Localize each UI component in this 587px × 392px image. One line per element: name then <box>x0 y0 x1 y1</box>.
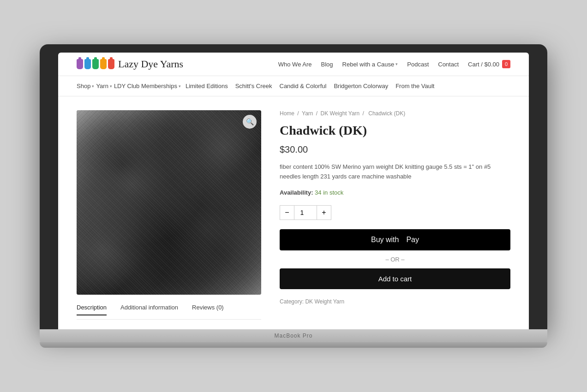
product-tabs: Description Additional information Revie… <box>77 304 261 320</box>
quantity-input[interactable] <box>294 205 317 220</box>
availability-count: 34 in stock <box>315 189 343 196</box>
nav-schitts-creek[interactable]: Schitt's Creek <box>233 81 275 91</box>
category-value[interactable]: DK Weight Yarn <box>305 298 344 305</box>
nav-limited-editions[interactable]: Limited Editions <box>183 81 231 91</box>
availability-label: Availability: <box>280 189 313 196</box>
quantity-increase-button[interactable]: + <box>317 205 331 220</box>
nav-blog[interactable]: Blog <box>321 61 333 68</box>
nav-shop[interactable]: Shop ▾ <box>77 83 94 89</box>
nav-contact[interactable]: Contact <box>438 61 459 68</box>
laptop-base: MacBook Pro <box>40 329 547 342</box>
breadcrumb-home[interactable]: Home <box>280 110 294 117</box>
bottle-blue <box>84 59 91 69</box>
cart-label: Cart / $0.00 <box>468 61 499 68</box>
product-price: $30.00 <box>280 144 510 155</box>
secondary-navigation: Shop ▾ Yarn ▾ LDY Club Memberships ▾ Lim… <box>58 76 529 96</box>
logo-bottles <box>77 59 114 69</box>
nav-bridgerton[interactable]: Bridgerton Colorway <box>331 81 391 91</box>
top-nav: Lazy Dye Yarns Who We Are Blog Rebel wit… <box>77 58 510 70</box>
nav-yarn[interactable]: Yarn ▾ <box>96 83 112 89</box>
laptop-model-label: MacBook Pro <box>274 333 312 339</box>
product-image <box>77 110 261 295</box>
cart-button[interactable]: Cart / $0.00 0 <box>468 60 510 68</box>
chevron-down-icon: ▾ <box>92 84 94 89</box>
tab-reviews[interactable]: Reviews (0) <box>192 304 224 315</box>
product-details: Home / Yarn / DK Weight Yarn / Chadwick … <box>280 110 510 320</box>
breadcrumb-sep: / <box>316 110 319 117</box>
nav-candid-colorful[interactable]: Candid & Colorful <box>277 81 329 91</box>
category-label: Category: <box>280 298 304 305</box>
nav-who-we-are[interactable]: Who We Are <box>278 61 312 68</box>
nav-podcast[interactable]: Podcast <box>407 61 429 68</box>
bottle-green <box>92 59 99 69</box>
breadcrumb-sep: / <box>297 110 300 117</box>
product-image-container: 🔍 <box>77 110 261 295</box>
cart-badge: 0 <box>502 60 510 68</box>
quantity-decrease-button[interactable]: − <box>280 205 294 220</box>
tab-description[interactable]: Description <box>77 304 107 315</box>
logo-area[interactable]: Lazy Dye Yarns <box>77 58 183 70</box>
availability: Availability: 34 in stock <box>280 189 510 196</box>
site-header: Lazy Dye Yarns Who We Are Blog Rebel wit… <box>58 53 529 76</box>
apple-pay-label: Pay <box>406 236 419 244</box>
search-icon: 🔍 <box>246 118 254 125</box>
tab-additional-info[interactable]: Additional information <box>120 304 178 315</box>
main-navigation: Who We Are Blog Rebel with a Cause ▾ Pod… <box>278 60 510 68</box>
page-content: 🔍 Description Additional information Rev… <box>58 96 529 329</box>
product-image-area: 🔍 Description Additional information Rev… <box>77 110 261 320</box>
bottle-purple <box>77 59 83 69</box>
product-description: fiber content 100% SW Merino yarn weight… <box>280 162 510 182</box>
product-title: Chadwick (DK) <box>280 123 510 138</box>
chevron-down-icon: ▾ <box>395 62 398 66</box>
or-divider: – OR – <box>280 256 510 263</box>
bottle-red <box>108 59 114 69</box>
nav-ldy-club[interactable]: LDY Club Memberships ▾ <box>114 83 181 89</box>
nav-rebel-with-cause[interactable]: Rebel with a Cause ▾ <box>342 61 398 68</box>
buy-with-apple-pay-button[interactable]: Buy with Pay <box>280 229 510 250</box>
chevron-down-icon: ▾ <box>179 84 181 89</box>
chevron-down-icon: ▾ <box>110 84 112 89</box>
quantity-controls: − + <box>280 205 331 220</box>
image-zoom-button[interactable]: 🔍 <box>243 115 257 129</box>
breadcrumb-sep: / <box>363 110 366 117</box>
laptop-frame: Lazy Dye Yarns Who We Are Blog Rebel wit… <box>40 44 547 348</box>
breadcrumb: Home / Yarn / DK Weight Yarn / Chadwick … <box>280 110 510 117</box>
breadcrumb-current: Chadwick (DK) <box>368 110 405 117</box>
breadcrumb-yarn[interactable]: Yarn <box>302 110 313 117</box>
logo-text: Lazy Dye Yarns <box>118 58 183 70</box>
laptop-screen-frame: Lazy Dye Yarns Who We Are Blog Rebel wit… <box>40 44 547 329</box>
nav-from-vault[interactable]: From the Vault <box>393 81 437 91</box>
laptop-bottom <box>40 342 547 348</box>
bottle-yellow <box>100 59 107 69</box>
apple-pay-text: Buy with <box>371 236 399 244</box>
category-info: Category: DK Weight Yarn <box>280 298 510 305</box>
browser-window: Lazy Dye Yarns Who We Are Blog Rebel wit… <box>58 53 529 329</box>
breadcrumb-dk-weight[interactable]: DK Weight Yarn <box>321 110 360 117</box>
add-to-cart-button[interactable]: Add to cart <box>280 268 510 289</box>
